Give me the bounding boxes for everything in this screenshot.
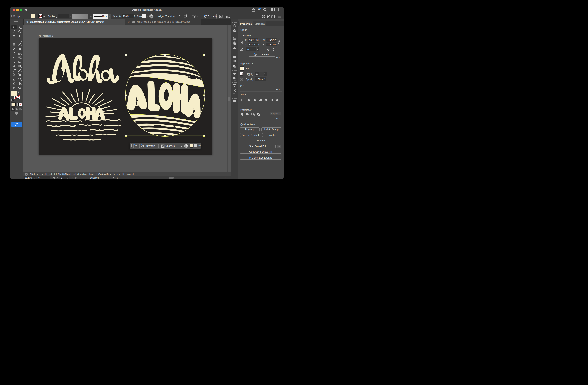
svg-text:?: ? [26, 173, 27, 175]
svg-text:♣: ♣ [233, 46, 236, 50]
